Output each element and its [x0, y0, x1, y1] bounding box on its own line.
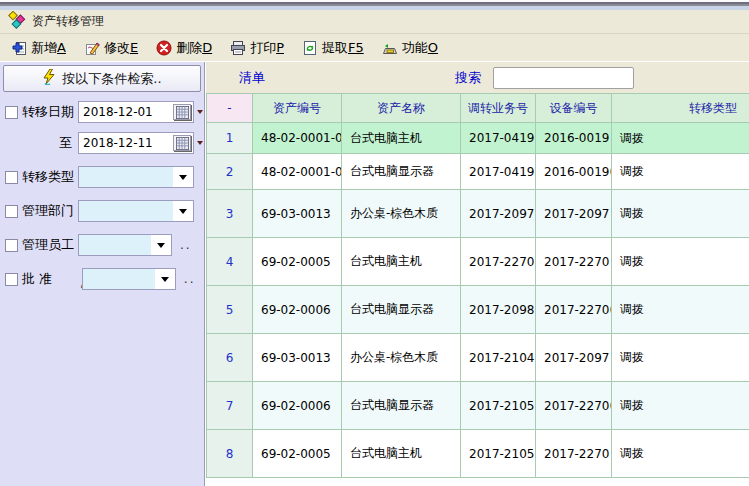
cell-transfer-type[interactable]: 调拨 — [612, 382, 749, 430]
chevron-down-icon[interactable] — [173, 167, 193, 187]
search-by-criteria-button[interactable]: 按以下条件检索.. — [3, 65, 201, 92]
column-header-biz-no[interactable]: 调转业务号 — [461, 94, 536, 123]
cell-asset-name[interactable]: 台式电脑显示器 — [342, 382, 461, 430]
row-number[interactable]: 3 — [207, 190, 253, 238]
row-number[interactable]: 8 — [207, 430, 253, 478]
manage-staff-checkbox[interactable] — [5, 239, 18, 252]
transfer-type-checkbox[interactable] — [5, 171, 18, 184]
date-to-input[interactable] — [79, 134, 165, 152]
cell-asset-name[interactable]: 台式电脑主机 — [342, 123, 461, 154]
cell-biz-no[interactable]: 2017-2097 — [461, 190, 536, 238]
calendar-icon[interactable] — [173, 104, 191, 120]
table-header-row: - 资产编号 资产名称 调转业务号 设备编号 转移类型 — [207, 94, 749, 123]
cell-biz-no[interactable]: 2017-2104 — [461, 334, 536, 382]
row-number[interactable]: 6 — [207, 334, 253, 382]
date-to-field — [78, 132, 194, 154]
cell-asset-no[interactable]: 48-02-0001-02 — [253, 154, 342, 190]
cell-biz-no[interactable]: 2017-2270 — [461, 238, 536, 286]
column-header-device-no[interactable]: 设备编号 — [536, 94, 612, 123]
cell-biz-no[interactable]: 2017-2098 — [461, 286, 536, 334]
cell-device-no[interactable]: 2017-2097 — [536, 334, 612, 382]
cell-biz-no[interactable]: 2017-0419 — [461, 123, 536, 154]
table-row[interactable]: 569-02-0006台式电脑显示器2017-20982017-2270(1)调… — [207, 286, 749, 334]
cell-asset-name[interactable]: 台式电脑主机 — [342, 238, 461, 286]
row-number[interactable]: 7 — [207, 382, 253, 430]
column-header-asset-no[interactable]: 资产编号 — [253, 94, 342, 123]
row-number[interactable]: 2 — [207, 154, 253, 190]
cell-asset-name[interactable]: 台式电脑主机 — [342, 430, 461, 478]
cell-asset-name[interactable]: 办公桌-棕色木质 — [342, 190, 461, 238]
cell-transfer-type[interactable]: 调拨 — [612, 190, 749, 238]
column-header-type[interactable]: 转移类型 — [612, 94, 749, 123]
table-row[interactable]: 148-02-0001-01台式电脑主机2017-04192016-0019调拨 — [207, 123, 749, 154]
date-dropdown-mark — [197, 110, 203, 114]
cell-asset-no[interactable]: 69-03-0013 — [253, 190, 342, 238]
cell-device-no[interactable]: 2017-2270 — [536, 430, 612, 478]
edit-button[interactable]: 修改E — [77, 36, 145, 60]
app-icon — [8, 11, 26, 32]
print-icon — [230, 40, 246, 56]
cell-asset-no[interactable]: 69-02-0005 — [253, 430, 342, 478]
cell-asset-no[interactable]: 69-02-0006 — [253, 382, 342, 430]
row-number[interactable]: 5 — [207, 286, 253, 334]
date-from-input[interactable] — [79, 103, 165, 121]
approve-label: 批 准 — [18, 270, 78, 288]
table-row[interactable]: 669-03-0013办公桌-棕色木质2017-21042017-2097调拨 — [207, 334, 749, 382]
table-row[interactable]: 248-02-0001-02台式电脑显示器2017-04192016-0019(… — [207, 154, 749, 190]
function-icon — [382, 40, 398, 56]
cell-asset-no[interactable]: 69-02-0005 — [253, 238, 342, 286]
table-row[interactable]: 469-02-0005台式电脑主机2017-22702017-2270调拨 — [207, 238, 749, 286]
row-number[interactable]: 4 — [207, 238, 253, 286]
calendar-icon[interactable] — [173, 135, 191, 151]
manage-staff-combobox[interactable] — [78, 234, 172, 256]
cell-transfer-type[interactable]: 调拨 — [612, 123, 749, 154]
cell-asset-name[interactable]: 台式电脑显示器 — [342, 286, 461, 334]
cell-asset-name[interactable]: 办公桌-棕色木质 — [342, 334, 461, 382]
print-button[interactable]: 打印P — [223, 36, 291, 60]
cell-transfer-type[interactable]: 调拨 — [612, 238, 749, 286]
table-row[interactable]: 869-02-0005台式电脑主机2017-21052017-2270调拨 — [207, 430, 749, 478]
function-button[interactable]: 功能O — [375, 36, 445, 60]
cell-asset-no[interactable]: 69-03-0013 — [253, 334, 342, 382]
cell-device-no[interactable]: 2017-2097 — [536, 190, 612, 238]
cell-transfer-type[interactable]: 调拨 — [612, 286, 749, 334]
manage-dept-combobox[interactable] — [78, 200, 194, 222]
column-header-selector[interactable]: - — [207, 94, 253, 123]
cell-device-no[interactable]: 2017-2270(1) — [536, 286, 612, 334]
cell-biz-no[interactable]: 2017-2105 — [461, 430, 536, 478]
approve-combobox[interactable] — [82, 268, 176, 290]
transfer-type-combobox[interactable] — [78, 166, 194, 188]
delete-button[interactable]: 删除D — [149, 36, 219, 60]
search-input[interactable] — [493, 67, 634, 89]
chevron-down-icon[interactable] — [155, 269, 175, 289]
filter-transfer-date: 转移日期 — [3, 101, 201, 123]
asset-table-body: 148-02-0001-01台式电脑主机2017-04192016-0019调拨… — [207, 123, 749, 478]
manage-dept-checkbox[interactable] — [5, 205, 18, 218]
cell-transfer-type[interactable]: 调拨 — [612, 430, 749, 478]
cell-device-no[interactable]: 2017-2270 — [536, 238, 612, 286]
table-row[interactable]: 369-03-0013办公桌-棕色木质2017-20972017-2097调拨 — [207, 190, 749, 238]
cell-transfer-type[interactable]: 调拨 — [612, 334, 749, 382]
cell-device-no[interactable]: 2016-0019(1) — [536, 154, 612, 190]
approve-browse-button[interactable]: .. — [184, 272, 196, 286]
cell-biz-no[interactable]: 2017-0419 — [461, 154, 536, 190]
approve-checkbox[interactable] — [5, 273, 18, 286]
transfer-date-checkbox[interactable] — [5, 106, 18, 119]
table-row[interactable]: 769-02-0006台式电脑显示器2017-21052017-2270(1)调… — [207, 382, 749, 430]
chevron-down-icon[interactable] — [151, 235, 171, 255]
add-button[interactable]: 新增A — [4, 36, 73, 60]
cell-asset-name[interactable]: 台式电脑显示器 — [342, 154, 461, 190]
cell-biz-no[interactable]: 2017-2105 — [461, 382, 536, 430]
cell-asset-no[interactable]: 48-02-0001-01 — [253, 123, 342, 154]
cell-device-no[interactable]: 2016-0019 — [536, 123, 612, 154]
cell-device-no[interactable]: 2017-2270(1) — [536, 382, 612, 430]
extract-button[interactable]: 提取F5 — [295, 36, 371, 60]
cell-transfer-type[interactable]: 调拨 — [612, 154, 749, 190]
chevron-down-icon[interactable] — [173, 201, 193, 221]
asset-grid: - 资产编号 资产名称 调转业务号 设备编号 转移类型 148-02-0001-… — [206, 93, 749, 486]
page-title: 资产转移管理 — [32, 13, 104, 30]
manage-staff-browse-button[interactable]: .. — [180, 238, 192, 252]
column-header-asset-name[interactable]: 资产名称 — [342, 94, 461, 123]
cell-asset-no[interactable]: 69-02-0006 — [253, 286, 342, 334]
row-number[interactable]: 1 — [207, 123, 253, 154]
